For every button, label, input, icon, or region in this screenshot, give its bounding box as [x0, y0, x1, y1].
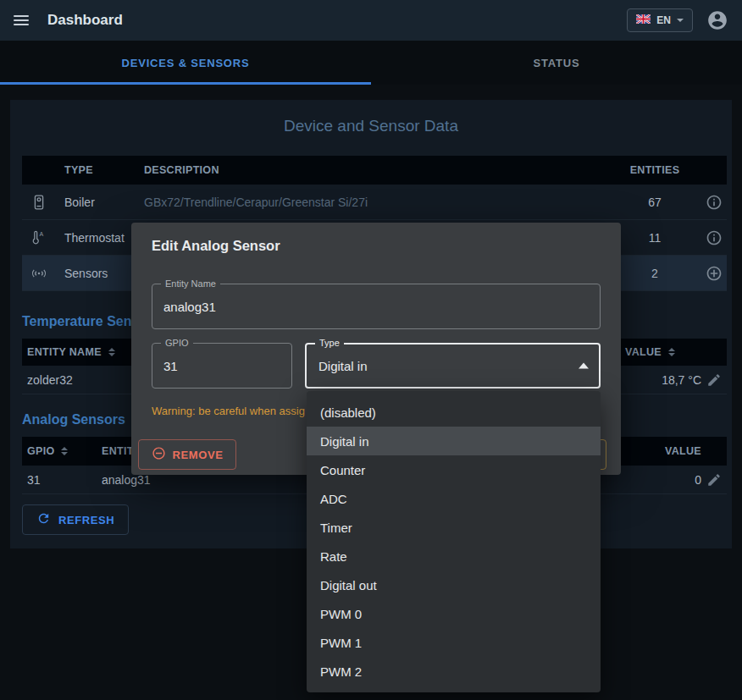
- gpio-input[interactable]: [152, 344, 291, 388]
- boiler-icon: [22, 194, 54, 211]
- menu-item-timer[interactable]: Timer: [307, 513, 601, 542]
- thermostat-icon: A: [22, 229, 54, 246]
- header-value[interactable]: VALUE: [625, 346, 701, 358]
- type-dropdown-menu: (disabled) Digital in Counter ADC Timer …: [307, 391, 601, 692]
- header-entity-name-label: ENTITY NAME: [27, 346, 102, 358]
- menu-item-digital-out[interactable]: Digital out: [307, 570, 601, 599]
- sensors-icon: [22, 265, 54, 282]
- edit-pencil-icon[interactable]: [701, 472, 727, 488]
- menu-item-pwm2[interactable]: PWM 2: [307, 657, 601, 686]
- device-type: Boiler: [54, 196, 144, 209]
- devices-table-header: TYPE DESCRIPTION ENTITIES: [22, 156, 727, 185]
- header-entities: ENTITIES: [608, 164, 701, 176]
- add-circle-icon[interactable]: [701, 265, 727, 282]
- device-entities: 11: [608, 231, 701, 245]
- remove-button[interactable]: REMOVE: [138, 439, 236, 470]
- refresh-button[interactable]: REFRESH: [22, 504, 129, 535]
- screen: Dashboard EN DEVI: [0, 0, 742, 700]
- device-entities: 67: [608, 196, 701, 209]
- header-description: DESCRIPTION: [144, 164, 608, 176]
- header-value-label: VALUE: [625, 346, 662, 358]
- chevron-down-icon: [677, 19, 684, 22]
- remove-button-label: REMOVE: [173, 449, 224, 461]
- tab-devices-sensors[interactable]: DEVICES & SENSORS: [0, 41, 371, 85]
- header-value: VALUE: [625, 445, 701, 457]
- type-selected-value: Digital in: [318, 344, 368, 387]
- uk-flag-icon: [636, 14, 651, 26]
- sensor-value: 18,7 °C: [625, 373, 701, 387]
- sort-icon[interactable]: [668, 348, 675, 356]
- header-type: TYPE: [54, 164, 144, 176]
- header-gpio[interactable]: GPIO: [22, 445, 97, 457]
- menu-item-disabled[interactable]: (disabled): [307, 398, 601, 427]
- svg-text:A: A: [39, 230, 43, 237]
- gpio-field: GPIO: [152, 343, 292, 389]
- language-selector[interactable]: EN: [627, 8, 693, 32]
- table-row-boiler[interactable]: Boiler GBx72/Trendline/Cerapur/Greenstar…: [22, 185, 727, 220]
- header-gpio-label: GPIO: [27, 445, 54, 457]
- menu-item-pwm0[interactable]: PWM 0: [307, 599, 601, 628]
- page-title: Device and Sensor Data: [10, 117, 732, 135]
- edit-pencil-icon[interactable]: [701, 372, 727, 388]
- info-icon[interactable]: [701, 194, 727, 211]
- type-select[interactable]: Type Digital in: [305, 343, 601, 389]
- tab-bar: DEVICES & SENSORS STATUS: [0, 41, 742, 85]
- entity-name-field: Entity Name: [152, 284, 601, 329]
- menu-item-adc[interactable]: ADC: [307, 484, 601, 513]
- menu-item-rate[interactable]: Rate: [307, 542, 601, 570]
- sort-icon[interactable]: [108, 348, 115, 356]
- info-icon[interactable]: [701, 229, 727, 246]
- language-label: EN: [656, 14, 671, 26]
- refresh-icon: [36, 511, 51, 528]
- device-description: GBx72/Trendline/Cerapur/Greenstar Si/27i: [144, 196, 608, 209]
- remove-circle-icon: [152, 446, 166, 463]
- menu-item-digital-in[interactable]: Digital in: [307, 427, 601, 455]
- device-entities: 2: [608, 267, 701, 280]
- active-tab-indicator: [0, 82, 371, 85]
- sort-icon[interactable]: [61, 447, 68, 455]
- warning-text: Warning: be careful when assig: [152, 405, 305, 417]
- menu-item-pwm1[interactable]: PWM 1: [307, 628, 601, 657]
- analog-section-heading: Analog Sensors: [22, 412, 125, 427]
- app-title: Dashboard: [47, 12, 123, 29]
- app-bar: Dashboard EN: [0, 0, 742, 41]
- menu-item-counter[interactable]: Counter: [307, 455, 601, 484]
- account-icon[interactable]: [706, 9, 728, 31]
- sensor-value: 0: [625, 473, 701, 487]
- refresh-button-label: REFRESH: [58, 514, 114, 526]
- appbar-right: EN: [627, 8, 728, 32]
- dropdown-arrow-icon: [579, 363, 589, 369]
- entity-name-input[interactable]: [152, 284, 600, 328]
- sensor-gpio: 31: [22, 473, 97, 487]
- dialog-title: Edit Analog Sensor: [152, 238, 280, 254]
- tab-status[interactable]: STATUS: [371, 41, 742, 85]
- menu-icon[interactable]: [14, 15, 29, 25]
